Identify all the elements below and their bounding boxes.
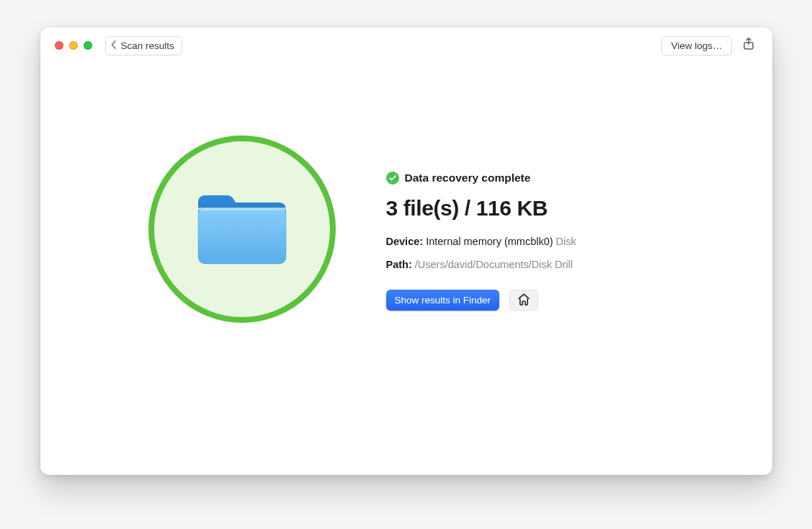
window-controls [55,41,92,50]
device-line: Device: Internal memory (mmcblk0) Disk [386,236,576,247]
back-button-label: Scan results [121,40,174,51]
success-check-icon [386,172,399,185]
status-row: Data recovery complete [386,172,576,185]
share-icon [743,37,754,53]
chevron-left-icon [111,40,117,51]
home-icon [517,293,530,308]
status-message: Data recovery complete [405,172,531,185]
show-in-finder-label: Show results in Finder [395,295,491,306]
view-logs-button[interactable]: View logs… [661,36,731,55]
summary-headline: 3 file(s) / 116 KB [386,196,576,221]
action-row: Show results in Finder [386,290,576,311]
back-button[interactable]: Scan results [105,36,182,55]
app-window: Scan results View logs… [40,27,772,475]
device-label: Device: [386,236,424,247]
svg-rect-2 [198,208,286,210]
result-illustration [148,135,336,323]
device-type-tag: Disk [556,236,576,247]
main-content: Data recovery complete 3 file(s) / 116 K… [40,135,772,323]
maximize-window-button[interactable] [84,41,92,50]
path-line: Path: /Users/david/Documents/Disk Drill [386,259,576,270]
minimize-window-button[interactable] [69,41,78,50]
show-in-finder-button[interactable]: Show results in Finder [386,290,500,311]
share-button[interactable] [739,36,758,55]
close-window-button[interactable] [55,41,63,50]
view-logs-label: View logs… [671,40,722,51]
device-name: Internal memory (mmcblk0) [426,236,553,247]
home-button[interactable] [509,290,538,311]
folder-icon [195,192,289,267]
svg-rect-1 [198,208,286,264]
result-info: Data recovery complete 3 file(s) / 116 K… [386,135,576,311]
path-value: /Users/david/Documents/Disk Drill [415,259,573,270]
path-label: Path: [386,259,412,270]
toolbar: Scan results View logs… [40,27,772,63]
